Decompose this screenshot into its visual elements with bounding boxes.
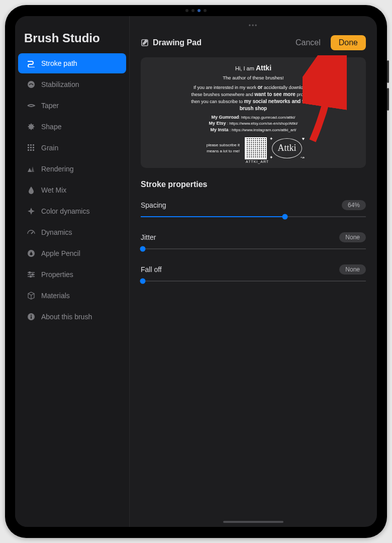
svg-rect-8 xyxy=(30,149,32,151)
jitter-slider[interactable] xyxy=(141,244,366,253)
cancel-button[interactable]: Cancel xyxy=(289,35,327,50)
svg-rect-6 xyxy=(33,147,34,148)
sidebar-list: Stroke path Stabilization Taper Shape Gr… xyxy=(15,53,129,327)
edit-icon xyxy=(141,39,149,47)
sidebar-item-grain[interactable]: Grain xyxy=(18,138,126,158)
device-side-buttons xyxy=(387,60,389,111)
svg-rect-9 xyxy=(33,149,34,151)
rendering-icon xyxy=(27,165,35,173)
property-value[interactable]: None xyxy=(339,232,366,242)
app-title: Brush Studio xyxy=(15,22,129,53)
topbar: Drawing Pad Cancel Done xyxy=(141,32,366,57)
drag-handle-icon[interactable]: ••• xyxy=(141,22,366,29)
sidebar-item-label: Grain xyxy=(41,144,58,152)
sidebar-item-materials[interactable]: Materials xyxy=(18,286,126,306)
dynamics-icon xyxy=(27,228,35,236)
sidebar-item-stroke-path[interactable]: Stroke path xyxy=(18,53,126,73)
sidebar-item-apple-pencil[interactable]: Apple Pencil xyxy=(18,243,126,263)
sidebar-item-wet-mix[interactable]: Wet Mix xyxy=(18,180,126,200)
svg-point-14 xyxy=(29,272,31,274)
sidebar: Brush Studio Stroke path Stabilization T… xyxy=(15,16,130,527)
wet-mix-icon xyxy=(27,186,35,194)
taper-icon xyxy=(27,102,35,110)
preview-subtitle: The author of these brushes! xyxy=(223,74,283,81)
sidebar-item-taper[interactable]: Taper xyxy=(18,96,126,116)
sidebar-item-dynamics[interactable]: Dynamics xyxy=(18,222,126,242)
svg-rect-1 xyxy=(28,144,29,146)
sidebar-item-shape[interactable]: Shape xyxy=(18,117,126,137)
sidebar-item-label: Wet Mix xyxy=(41,186,66,194)
preview-body: If you are interested in my work or acci… xyxy=(190,84,316,112)
sidebar-item-properties[interactable]: Properties xyxy=(18,264,126,285)
qr-code-icon: ATTKI_ART xyxy=(245,137,267,159)
sidebar-item-label: Materials xyxy=(41,292,70,300)
property-label: Spacing xyxy=(141,201,166,209)
property-value[interactable]: 64% xyxy=(342,200,366,210)
drawing-pad-preview[interactable]: Hi, I am Attki The author of these brush… xyxy=(141,57,366,168)
sidebar-item-label: Stabilization xyxy=(41,80,79,88)
preview-footer: please subscribe it means a lot to me! A… xyxy=(205,137,302,159)
preview-links: My Gumroad: https://app.gumroad.com/attk… xyxy=(209,114,298,133)
svg-point-15 xyxy=(32,274,34,276)
property-spacing: Spacing 64% xyxy=(141,195,366,221)
svg-point-16 xyxy=(30,276,32,278)
page-title[interactable]: Drawing Pad xyxy=(141,38,285,47)
main-panel: ••• Drawing Pad Cancel Done Hi, I am Att… xyxy=(130,16,377,527)
svg-point-0 xyxy=(28,81,35,88)
sidebar-item-label: Properties xyxy=(41,270,73,279)
grain-icon xyxy=(27,144,35,152)
svg-rect-18 xyxy=(31,316,32,319)
property-value[interactable]: None xyxy=(339,264,366,275)
signature-icon: Attki ✦♥ ✦↝ xyxy=(272,138,302,158)
spacing-slider[interactable] xyxy=(141,212,366,221)
svg-rect-5 xyxy=(30,147,32,148)
sidebar-item-label: Shape xyxy=(41,123,61,131)
stroke-path-icon xyxy=(27,59,35,67)
sidebar-item-stabilization[interactable]: Stabilization xyxy=(18,74,126,95)
property-label: Jitter xyxy=(141,233,156,241)
svg-rect-7 xyxy=(28,149,29,151)
sidebar-item-label: Color dynamics xyxy=(41,207,89,215)
property-label: Fall off xyxy=(141,265,162,274)
color-dynamics-icon xyxy=(27,207,35,215)
sidebar-item-label: Apple Pencil xyxy=(41,249,80,257)
sidebar-item-label: Stroke path xyxy=(41,59,77,67)
done-button[interactable]: Done xyxy=(331,35,366,50)
preview-intro: Hi, I am Attki xyxy=(235,63,271,73)
property-falloff: Fall off None xyxy=(141,259,366,286)
svg-rect-19 xyxy=(31,315,32,316)
sidebar-item-label: Taper xyxy=(41,102,59,110)
shape-icon xyxy=(27,123,35,131)
svg-rect-3 xyxy=(33,144,34,146)
stabilization-icon xyxy=(27,80,35,88)
app-screen: Brush Studio Stroke path Stabilization T… xyxy=(15,16,377,527)
falloff-slider[interactable] xyxy=(141,277,366,286)
device-camera-notch xyxy=(185,9,207,12)
home-indicator[interactable] xyxy=(223,521,283,523)
properties-icon xyxy=(27,270,35,279)
property-jitter: Jitter None xyxy=(141,227,366,253)
sidebar-item-label: About this brush xyxy=(41,313,92,321)
ipad-frame: Brush Studio Stroke path Stabilization T… xyxy=(5,5,387,538)
sidebar-item-about[interactable]: About this brush xyxy=(18,307,126,327)
info-icon xyxy=(27,313,35,321)
svg-rect-2 xyxy=(30,144,32,146)
apple-pencil-icon xyxy=(27,249,35,257)
materials-icon xyxy=(27,292,35,300)
sidebar-item-color-dynamics[interactable]: Color dynamics xyxy=(18,201,126,221)
sidebar-item-label: Rendering xyxy=(41,165,74,173)
section-title: Stroke properties xyxy=(141,180,366,189)
sidebar-item-label: Dynamics xyxy=(41,228,72,236)
svg-rect-4 xyxy=(28,147,29,148)
sidebar-item-rendering[interactable]: Rendering xyxy=(18,159,126,179)
